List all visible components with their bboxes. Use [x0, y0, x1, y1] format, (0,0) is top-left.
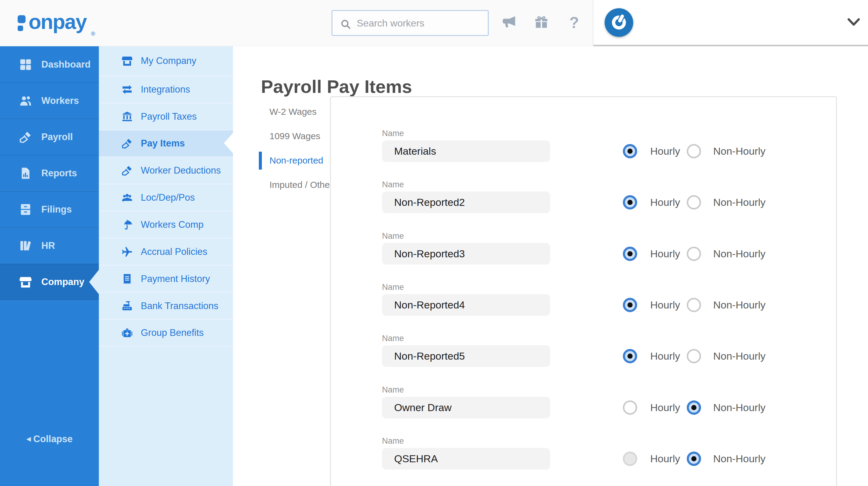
pay-item-row: Name Hourly Non-Hourly	[331, 345, 817, 373]
pay-item-row: Name Hourly Non-Hourly	[331, 243, 817, 270]
hourly-radio[interactable]	[623, 400, 637, 415]
non-hourly-label: Non-Hourly	[713, 247, 766, 261]
hourly-label: Hourly	[650, 144, 680, 158]
hourly-radio[interactable]	[623, 452, 637, 466]
sidebar-item-label: Company	[41, 277, 84, 287]
registered-mark: ®	[91, 30, 95, 37]
pay-item-row: Name Hourly Non-Hourly	[331, 397, 817, 424]
subnav-item-payroll-taxes[interactable]: Payroll Taxes	[99, 103, 233, 130]
sidebar-item-label: Dashboard	[41, 59, 91, 70]
name-field-label: Name	[382, 231, 404, 241]
search-icon	[340, 19, 351, 30]
subnav-item-label: Integrations	[141, 84, 190, 95]
non-hourly-label: Non-Hourly	[713, 195, 766, 209]
pay-item-name-input[interactable]	[382, 243, 550, 265]
name-field-label: Name	[382, 334, 404, 343]
signing-icon	[18, 130, 33, 144]
tab-label: Non-reported	[270, 155, 323, 166]
sidebar-item-reports[interactable]: Reports	[0, 155, 99, 191]
storefront-icon	[121, 55, 133, 67]
umbrella-icon	[121, 218, 133, 231]
subnav-item-worker-deductions[interactable]: Worker Deductions	[99, 156, 233, 183]
subnav-item-label: Payment History	[141, 274, 210, 284]
avatar[interactable]	[604, 8, 633, 37]
subnav-item-my-company[interactable]: My Company	[99, 46, 233, 76]
non-hourly-radio[interactable]	[687, 195, 701, 209]
report-icon	[18, 166, 33, 180]
pay-item-name-input[interactable]	[382, 448, 550, 469]
sidebar-item-label: Filings	[41, 204, 72, 215]
subnav-item-group-benefits[interactable]: Group Benefits	[99, 319, 233, 346]
pay-item-row: Name Hourly Non-Hourly	[331, 192, 817, 219]
sidebar-item-label: HR	[41, 240, 55, 251]
collapse-button[interactable]: ◀Collapse	[0, 434, 99, 445]
search-box	[332, 10, 489, 36]
subnav-item-label: Loc/Dep/Pos	[141, 192, 195, 203]
subnav-item-label: Accrual Policies	[141, 246, 208, 257]
logo-mark-square	[18, 15, 26, 23]
onpay-logo[interactable]: onpay ®	[17, 11, 114, 39]
non-hourly-radio[interactable]	[687, 144, 701, 158]
pay-items-card: Name Hourly Non-Hourly Name Hourly Non-H…	[330, 96, 837, 486]
name-field-label: Name	[382, 180, 404, 190]
name-field-label: Name	[382, 283, 404, 292]
chevron-down-icon[interactable]	[847, 18, 860, 27]
pay-item-name-input[interactable]	[382, 345, 550, 367]
subnav-item-bank-transactions[interactable]: Bank Transactions	[99, 292, 233, 319]
sidebar-item-company[interactable]: Company	[0, 264, 99, 300]
onpay-power-icon	[610, 13, 628, 32]
tab-label: W-2 Wages	[270, 107, 317, 117]
search-input[interactable]	[356, 11, 485, 35]
pay-basis-radio-group: Hourly Non-Hourly	[623, 298, 781, 312]
pay-item-name-input[interactable]	[382, 294, 550, 316]
subnav-item-loc-dep-pos[interactable]: Loc/Dep/Pos	[99, 183, 233, 211]
rewards-button[interactable]	[532, 13, 551, 32]
hourly-radio[interactable]	[623, 144, 637, 158]
pay-item-name-input[interactable]	[382, 192, 550, 213]
name-field-label: Name	[382, 436, 404, 446]
signing-icon	[121, 137, 133, 150]
sidebar-item-payroll[interactable]: Payroll	[0, 119, 99, 155]
logo-mark-square-small	[18, 26, 23, 31]
subnav-item-workers-comp[interactable]: Workers Comp	[99, 211, 233, 238]
announcements-button[interactable]	[499, 13, 519, 32]
subnav-item-integrations[interactable]: Integrations	[99, 76, 233, 103]
subnav-item-accrual-policies[interactable]: Accrual Policies	[99, 238, 233, 265]
name-field-label: Name	[382, 129, 404, 138]
subnav-item-label: Worker Deductions	[141, 165, 221, 176]
hourly-radio[interactable]	[623, 247, 637, 261]
hourly-radio[interactable]	[623, 349, 637, 363]
pay-basis-radio-group: Hourly Non-Hourly	[623, 247, 781, 261]
help-button[interactable]: ?	[564, 13, 584, 32]
active-subnav-pointer	[224, 133, 233, 153]
subnav-item-payment-history[interactable]: Payment History	[99, 265, 233, 292]
cash-register-icon	[121, 299, 133, 312]
hourly-radio[interactable]	[623, 298, 637, 312]
pay-item-name-input[interactable]	[382, 397, 550, 419]
sidebar-item-label: Payroll	[41, 132, 73, 143]
signing-icon	[121, 164, 133, 177]
non-hourly-radio[interactable]	[687, 247, 701, 261]
non-hourly-radio[interactable]	[687, 400, 701, 415]
sidebar-item-dashboard[interactable]: Dashboard	[0, 46, 99, 83]
hourly-radio[interactable]	[623, 195, 637, 209]
pay-item-name-input[interactable]	[382, 140, 550, 162]
user-menu[interactable]	[593, 0, 868, 46]
sidebar-item-workers[interactable]: Workers	[0, 83, 99, 119]
non-hourly-radio[interactable]	[687, 349, 701, 363]
non-hourly-label: Non-Hourly	[713, 400, 766, 415]
cabinet-icon	[18, 202, 33, 217]
non-hourly-radio[interactable]	[687, 452, 701, 466]
sidebar-item-filings[interactable]: Filings	[0, 191, 99, 227]
swap-arrows-icon	[121, 83, 133, 96]
people-group-icon	[121, 191, 133, 204]
workers-icon	[18, 93, 33, 108]
pay-basis-radio-group: Hourly Non-Hourly	[623, 195, 781, 209]
subnav-item-pay-items[interactable]: Pay Items	[99, 130, 233, 156]
megaphone-icon	[501, 14, 518, 31]
subnav-item-label: My Company	[141, 55, 196, 66]
non-hourly-radio[interactable]	[687, 298, 701, 312]
primary-sidebar: Dashboard Workers Payroll Reports Filing…	[0, 46, 99, 486]
sidebar-item-hr[interactable]: HR	[0, 227, 99, 264]
subnav-item-label: Payroll Taxes	[141, 111, 197, 122]
